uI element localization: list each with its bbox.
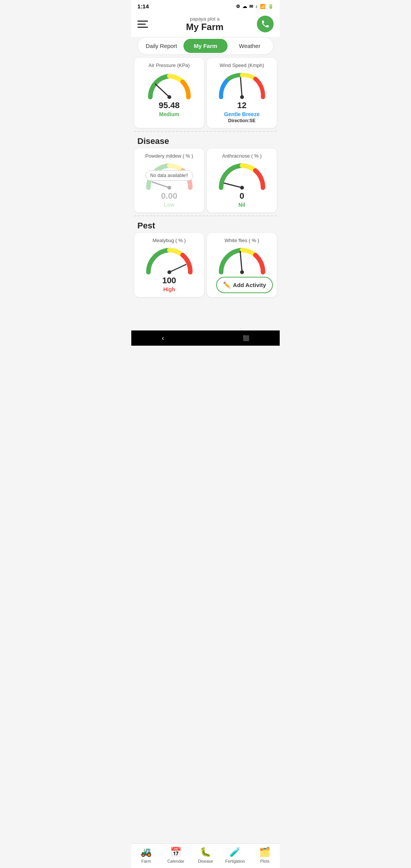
wind-direction: Direction:SE [211,118,273,123]
wind-speed-gauge-svg [217,70,267,99]
powdery-mildew-title: Powdery mildew ( % ) [138,153,200,159]
edit-icon: ✏️ [223,281,231,289]
air-pressure-title: Air Pressure (KPa) [138,62,200,68]
white-flies-gauge [211,246,273,274]
svg-point-9 [167,270,171,274]
android-nav: ‹ ⬛ [131,330,280,346]
tab-my-farm[interactable]: My Farm [183,39,228,53]
header-title: papaya plot a My Farm [186,16,224,32]
white-flies-card: White flies ( % ) 39.28 ✏️ Add Activity [207,233,277,297]
add-activity-button[interactable]: ✏️ Add Activity [216,277,273,293]
wind-speed-gauge [211,70,273,99]
menu-button[interactable] [137,16,153,32]
svg-point-3 [240,95,244,99]
content-area: Air Pressure (KPa) 95.48 Medium Wind Spe… [131,58,280,330]
disease-cards-row: Powdery mildew ( % ) No data available!!… [134,148,277,212]
tab-weather[interactable]: Weather [228,39,272,53]
anthracnose-title: Anthracnose ( % ) [211,153,273,159]
wind-speed-card: Wind Speed (Kmph) 12 Gentle Breeze Direc… [207,58,277,128]
anthracnose-card: Anthracnose ( % ) 0 Nil [207,148,277,212]
svg-line-4 [152,182,169,188]
pest-cards-row: Mealybug ( % ) 100 High White flies ( % … [134,233,277,297]
svg-point-1 [167,95,171,99]
anthracnose-gauge-svg [217,161,267,190]
status-bar: 1:14 ⚙ ☁ ✉ ♪ 📶 🔋 [131,0,280,13]
air-pressure-label: Medium [138,111,200,117]
tabs: Daily Report My Farm Weather [137,37,274,55]
mealybug-card: Mealybug ( % ) 100 High [134,233,204,297]
back-button[interactable]: ‹ [162,334,164,342]
anthracnose-label: Nil [211,202,273,208]
anthracnose-value: 0 [211,191,273,201]
powdery-mildew-card: Powdery mildew ( % ) No data available!!… [134,148,204,212]
svg-line-0 [155,82,169,99]
disease-section-header: Disease [134,131,277,148]
svg-point-5 [167,186,171,190]
header: papaya plot a My Farm [131,13,280,37]
white-flies-gauge-svg [217,246,267,274]
mealybug-label: High [138,286,200,292]
air-pressure-card: Air Pressure (KPa) 95.48 Medium [134,58,204,128]
status-icons: ⚙ ☁ ✉ ♪ 📶 🔋 [236,4,274,9]
svg-line-2 [236,78,247,97]
wind-speed-label: Gentle Breeze [211,111,273,117]
air-pressure-gauge [138,70,200,99]
status-time: 1:14 [137,3,149,10]
wind-speed-value: 12 [211,101,273,110]
wind-speed-title: Wind Speed (Kmph) [211,62,273,68]
air-pressure-value: 95.48 [138,101,200,110]
call-icon [261,19,270,29]
svg-point-7 [240,186,244,190]
mealybug-value: 100 [138,276,200,286]
powdery-mildew-label: Low [138,202,200,208]
air-pressure-gauge-svg [145,70,194,99]
home-button[interactable]: ⬛ [243,335,249,341]
svg-point-11 [240,270,244,274]
powdery-mildew-gauge: No data available!! [138,161,200,190]
anthracnose-gauge [211,161,273,190]
farm-subtitle: papaya plot a [186,16,224,22]
mealybug-title: Mealybug ( % ) [138,238,200,243]
farm-title: My Farm [186,22,224,32]
svg-line-8 [169,265,186,272]
no-data-badge: No data available!! [145,170,193,181]
mealybug-gauge [138,246,200,274]
white-flies-title: White flies ( % ) [211,238,273,243]
mealybug-gauge-svg [145,246,194,274]
tab-daily-report[interactable]: Daily Report [139,39,183,53]
svg-line-6 [224,183,242,188]
pest-section-header: Pest [134,215,277,233]
weather-cards-row: Air Pressure (KPa) 95.48 Medium Wind Spe… [134,58,277,128]
powdery-mildew-value: 0.00 [138,191,200,201]
call-button[interactable] [257,16,274,32]
add-activity-label: Add Activity [233,282,266,288]
svg-line-10 [240,251,242,272]
